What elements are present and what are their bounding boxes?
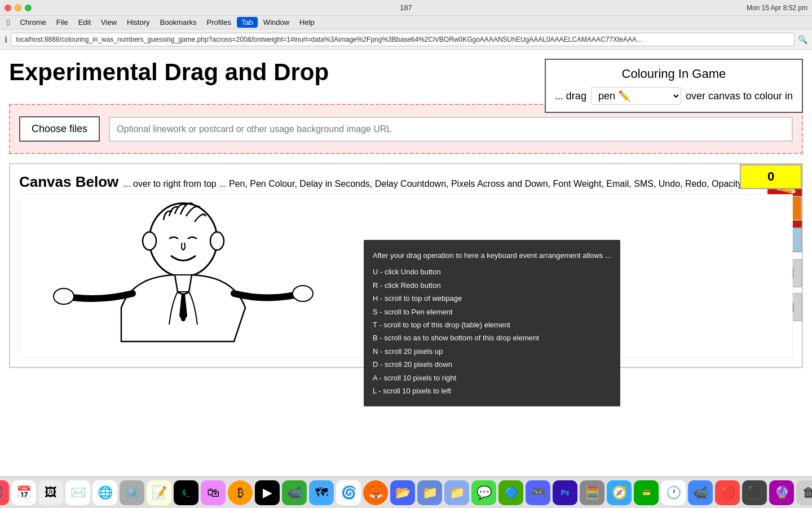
addressbar: ℹ localhost:8888/colouring_in_was_number… — [0, 29, 812, 50]
dock-icon-facetime[interactable]: 📹 — [282, 480, 307, 505]
svg-point-4 — [54, 288, 74, 304]
menubar:  Chrome File Edit View History Bookmark… — [0, 16, 812, 29]
hint-item-u: U - click Undo button — [373, 265, 611, 278]
menu-tab[interactable]: Tab — [237, 17, 258, 28]
menu-bookmarks[interactable]: Bookmarks — [156, 17, 201, 28]
dock-icon-messages[interactable]: 💬 — [471, 480, 496, 505]
canvas-area[interactable]: After your drag operation to here a keyb… — [19, 194, 793, 358]
dock-icon-wallet[interactable]: 💳 — [634, 480, 659, 505]
number-0-display: 0 — [740, 164, 802, 189]
svg-point-6 — [181, 308, 186, 313]
dock-icon-chrome[interactable]: 🌀 — [336, 480, 361, 505]
keyboard-hint-popup: After your drag operation to here a keyb… — [364, 240, 620, 406]
dock-icon-terminal[interactable]: $_ — [174, 480, 198, 505]
menu-history[interactable]: History — [122, 17, 154, 28]
dock-icon-filezilla[interactable]: 📂 — [390, 480, 415, 505]
svg-point-1 — [143, 232, 156, 250]
main-content: Experimental Drag and Drop Colouring In … — [0, 50, 812, 368]
dock-icon-mail[interactable]: ✉️ — [65, 480, 90, 505]
svg-point-5 — [293, 286, 313, 301]
colouring-controls-row: ... drag pen ✏️ brush eraser spray over … — [555, 87, 793, 105]
dock-icon-slack[interactable]: 🔷 — [498, 480, 523, 505]
svg-point-7 — [181, 317, 186, 321]
dock-icon-bitcoin[interactable]: ₿ — [228, 480, 253, 505]
hint-item-r: R - click Redo button — [373, 279, 611, 292]
choose-files-button[interactable]: Choose files — [19, 116, 100, 142]
dock-icon-zoom[interactable]: 📹 — [688, 480, 713, 505]
apple-menu[interactable]:  — [2, 16, 14, 28]
svg-point-0 — [149, 203, 217, 277]
dock-icon-clock[interactable]: 🕐 — [661, 480, 686, 505]
url-bar[interactable]: localhost:8888/colouring_in_was_numbers_… — [11, 33, 795, 46]
keyboard-hint-title: After your drag operation to here a keyb… — [373, 249, 611, 262]
menu-file[interactable]: File — [52, 17, 73, 28]
menu-window[interactable]: Window — [259, 17, 294, 28]
dock-icon-browser[interactable]: 🌐 — [92, 480, 117, 505]
colouring-title: Colouring In Game — [555, 67, 793, 81]
dock-icon-notes[interactable]: 📝 — [147, 480, 171, 505]
minimize-button[interactable] — [15, 5, 21, 11]
maximize-button[interactable] — [25, 5, 32, 11]
cartoon-character — [20, 195, 347, 353]
url-input[interactable] — [109, 117, 793, 142]
menu-profiles[interactable]: Profiles — [202, 17, 236, 28]
dock-icon-misc3[interactable]: 🔮 — [769, 480, 794, 505]
traffic-lights — [5, 5, 32, 11]
svg-point-2 — [210, 232, 224, 250]
dock-icon-calendar[interactable]: 📅 — [11, 480, 36, 505]
info-icon: ℹ — [5, 35, 7, 44]
hint-item-l: L - scroll 10 pixels to left — [373, 384, 611, 397]
colouring-game-box: Colouring In Game ... drag pen ✏️ brush … — [545, 59, 803, 113]
hint-item-b: B - scroll so as to show bottom of this … — [373, 331, 611, 344]
dock-icon-folder2[interactable]: 📁 — [444, 480, 469, 505]
dock-icon-safari[interactable]: 🧭 — [607, 480, 632, 505]
dock-icon-discord[interactable]: 🎮 — [526, 480, 550, 505]
titlebar: 187 Mon 15 Apr 8:52 pm — [0, 0, 812, 16]
dock-icon-settings[interactable]: ⚙️ — [120, 480, 144, 505]
drag-label: ... drag — [555, 90, 586, 102]
dock-icon-maps[interactable]: 🗺 — [309, 480, 334, 505]
dock: 🐻 🎵 📅 🖼 ✉️ 🌐 ⚙️ 📝 $_ 🛍 ₿ ▶ 📹 🗺 🌀 🦊 📂 📁 📁… — [0, 476, 812, 508]
close-button[interactable] — [5, 5, 11, 11]
menu-help[interactable]: Help — [295, 17, 319, 28]
header-row: Experimental Drag and Drop Colouring In … — [9, 59, 803, 95]
dock-icon-music[interactable]: 🎵 — [0, 480, 9, 505]
hint-item-s: S - scroll to Pen element — [373, 305, 611, 318]
hint-item-h: H - scroll to top of webpage — [373, 292, 611, 305]
hint-item-a: A - scroll 10 pixels to right — [373, 371, 611, 384]
dock-icon-misc1[interactable]: 🔴 — [715, 480, 740, 505]
search-icon[interactable]: 🔍 — [798, 35, 807, 44]
dock-icon-folder1[interactable]: 📁 — [417, 480, 442, 505]
menu-view[interactable]: View — [96, 17, 121, 28]
dock-icon-apple-tv[interactable]: ▶ — [255, 480, 280, 505]
dock-icon-store[interactable]: 🛍 — [201, 480, 226, 505]
hint-item-t: T - scroll to top of this drop (table) e… — [373, 318, 611, 331]
over-label: over canvas to colour in — [686, 90, 793, 102]
hint-item-d: D - scroll 20 pixels down — [373, 358, 611, 371]
hint-item-n: N - scroll 20 pixels up — [373, 345, 611, 358]
datetime: Mon 15 Apr 8:52 pm — [747, 4, 807, 12]
menu-edit[interactable]: Edit — [74, 17, 95, 28]
canvas-title: Canvas Below — [19, 173, 118, 191]
page-title: Experimental Drag and Drop — [9, 59, 329, 86]
dock-icon-firefox[interactable]: 🦊 — [363, 480, 388, 505]
dock-icon-misc2[interactable]: ⬛ — [742, 480, 767, 505]
pen-select[interactable]: pen ✏️ brush eraser spray — [591, 87, 681, 105]
menu-chrome[interactable]: Chrome — [15, 17, 50, 28]
canvas-subtitle: ... over to right from top ... Pen, Pen … — [123, 179, 742, 189]
canvas-section: Canvas Below ... over to right from top … — [9, 163, 803, 368]
dock-icon-photos[interactable]: 🖼 — [38, 480, 63, 505]
tab-title: 187 — [400, 3, 412, 12]
dock-icon-photoshop[interactable]: Ps — [553, 480, 577, 505]
dock-icon-calculator[interactable]: 🧮 — [580, 480, 604, 505]
dock-icon-trash[interactable]: 🗑 — [796, 480, 812, 505]
